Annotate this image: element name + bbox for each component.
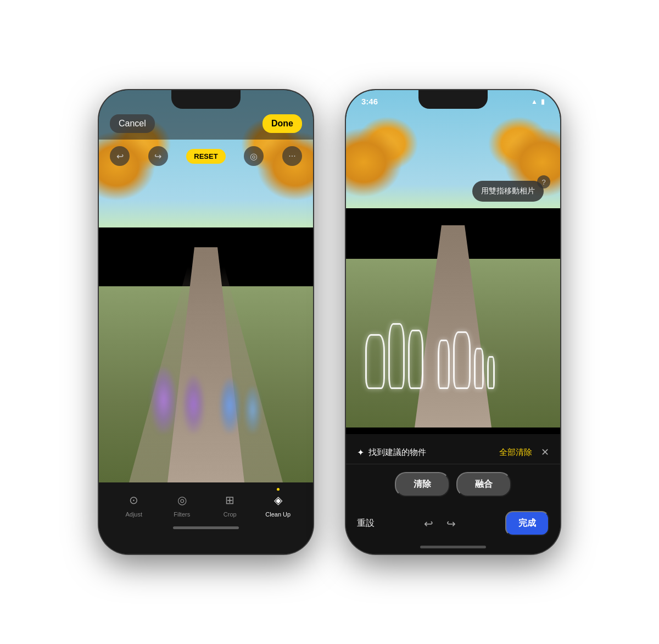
sparkle-icon: ✦: [357, 447, 364, 458]
home-indicator-1: [173, 526, 239, 529]
redo-button[interactable]: ↪: [446, 517, 456, 530]
done-button[interactable]: Done: [263, 114, 302, 133]
cleanup-label: Clean Up: [265, 511, 291, 518]
silhouette-5: [453, 331, 471, 389]
clear-all-button[interactable]: 全部清除: [499, 447, 532, 458]
clean-button[interactable]: 清除: [395, 472, 450, 497]
found-text-group: ✦ 找到建議的物件: [357, 447, 426, 458]
silhouette-1: [365, 334, 385, 389]
reset-button-2[interactable]: 重設: [357, 518, 375, 529]
silhouette-2: [388, 323, 405, 389]
status-icons: ▲ ▮: [531, 98, 545, 106]
silhouette-6: [474, 348, 484, 389]
undo-button[interactable]: ↩: [424, 517, 433, 530]
time-display: 3:46: [361, 97, 378, 106]
phone-1-screen: Cancel Done ↩ ↪ RESET ◎ ··· ⊙ Adjust ◎ F…: [99, 90, 313, 554]
tooltip: 用雙指移動相片: [472, 181, 544, 202]
bottom-panel-2: ✦ 找到建議的物件 全部清除 ✕ 清除 融合 重設 ↩ ↪: [346, 434, 560, 554]
toolbar-icons-1: ⊙ Adjust ◎ Filters ⊞ Crop ◈ Clean Up: [99, 482, 313, 522]
tool-filters[interactable]: ◎ Filters: [165, 492, 198, 518]
merge-button[interactable]: 融合: [456, 472, 511, 497]
adjust-icon: ⊙: [126, 492, 142, 508]
silhouette-4: [438, 340, 450, 389]
undo-icon[interactable]: ↩: [110, 146, 130, 166]
redo-icon[interactable]: ↪: [148, 146, 168, 166]
found-objects-label: 找到建議的物件: [368, 447, 426, 458]
ghost-4: [244, 386, 261, 433]
bottom-toolbar-2: 重設 ↩ ↪ 完成: [346, 504, 560, 542]
ghost-2: [183, 375, 204, 433]
done-button-2[interactable]: 完成: [505, 511, 549, 536]
markup-icon[interactable]: ◎: [244, 146, 264, 166]
action-buttons: 清除 融合: [346, 464, 560, 504]
filters-icon: ◎: [174, 492, 189, 508]
filters-label: Filters: [174, 511, 190, 518]
ghost-3: [220, 378, 240, 433]
phone-2: 3:46 ▲ ▮ ? 用雙指移動相片 ✦ 找到建議的: [346, 90, 560, 554]
crop-icon: ⊞: [222, 492, 238, 508]
silhouette-3: [408, 330, 423, 389]
silhouette-7: [487, 356, 495, 389]
cleanup-icon: ◈: [270, 492, 286, 508]
cancel-button[interactable]: Cancel: [110, 114, 155, 133]
crop-label: Crop: [224, 511, 237, 518]
adjust-label: Adjust: [125, 511, 142, 518]
close-button[interactable]: ✕: [541, 446, 549, 458]
found-objects-bar: ✦ 找到建議的物件 全部清除 ✕: [346, 441, 560, 464]
toolbar-1: ⊙ Adjust ◎ Filters ⊞ Crop ◈ Clean Up: [99, 482, 313, 554]
tool-adjust[interactable]: ⊙ Adjust: [118, 492, 150, 518]
statusbar-2: 3:46 ▲ ▮: [346, 97, 560, 106]
tool-cleanup-wrap: ◈ Clean Up: [261, 492, 294, 518]
phone-2-screen: 3:46 ▲ ▮ ? 用雙指移動相片 ✦ 找到建議的: [346, 90, 560, 554]
wifi-icon: ▲: [531, 98, 538, 106]
person-silhouettes: [365, 301, 541, 389]
topbar-1: Cancel Done: [99, 90, 313, 140]
tool-cleanup[interactable]: ◈ Clean Up: [261, 492, 294, 518]
more-icon[interactable]: ···: [282, 146, 302, 166]
cleanup-active-dot: [277, 488, 280, 491]
tool-crop[interactable]: ⊞ Crop: [214, 492, 247, 518]
ghost-people: [151, 345, 261, 433]
home-indicator-2: [420, 546, 486, 548]
battery-icon: ▮: [541, 98, 545, 106]
undo-redo-group: ↩ ↪: [424, 517, 456, 530]
reset-button[interactable]: RESET: [186, 149, 225, 164]
phone-1: Cancel Done ↩ ↪ RESET ◎ ··· ⊙ Adjust ◎ F…: [99, 90, 313, 554]
icons-row-1: ↩ ↪ RESET ◎ ···: [99, 140, 313, 173]
ghost-1: [151, 367, 176, 433]
